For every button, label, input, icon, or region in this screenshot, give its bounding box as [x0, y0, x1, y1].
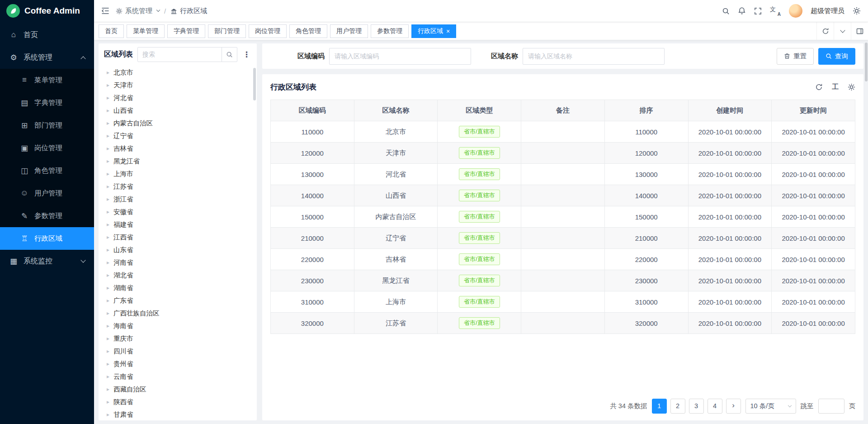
tab-dept[interactable]: 部门管理 — [208, 24, 246, 38]
page-size-select[interactable]: 10 条/页 — [745, 399, 796, 414]
tree-item[interactable]: ▸福建省 — [103, 218, 254, 231]
column-settings-gear-icon[interactable] — [848, 83, 855, 91]
tree-item[interactable]: ▸安徽省 — [103, 205, 254, 218]
page-button-2[interactable]: 2 — [670, 399, 685, 414]
table-row[interactable]: 140000山西省省市/直辖市1400002020-10-01 00:00:00… — [271, 185, 855, 206]
region-table-card: 行政区域列表 工 区域编码区域名称区域类型备注排序创建时间更新时 — [262, 74, 863, 420]
sidebar-item-post-management[interactable]: ▣岗位管理 — [0, 137, 94, 159]
sidebar-item-dict-management[interactable]: ▤字典管理 — [0, 91, 94, 114]
caret-right-icon: ▸ — [107, 209, 109, 215]
tree-item[interactable]: ▸广东省 — [103, 294, 254, 307]
tree-item[interactable]: ▸江苏省 — [103, 180, 254, 193]
tab-post[interactable]: 岗位管理 — [249, 24, 287, 38]
collapse-sidebar-icon[interactable] — [101, 7, 109, 14]
table-row[interactable]: 120000天津市省市/直辖市1200002020-10-01 00:00:00… — [271, 143, 855, 164]
tab-user[interactable]: 用户管理 — [330, 24, 368, 38]
username[interactable]: 超级管理员 — [811, 7, 844, 15]
tree-scrollbar[interactable] — [253, 68, 256, 100]
user-avatar[interactable] — [789, 4, 802, 18]
tree-item[interactable]: ▸天津市 — [103, 79, 254, 91]
table-row[interactable]: 320000江苏省省市/直辖市3200002020-10-01 00:00:00… — [271, 313, 855, 334]
reset-button[interactable]: 重置 — [777, 48, 814, 65]
tree-item[interactable]: ▸湖北省 — [103, 269, 254, 281]
refresh-page-icon[interactable] — [816, 22, 834, 40]
sidebar-item-menu-management[interactable]: ≡菜单管理 — [0, 69, 94, 91]
search-icon[interactable] — [722, 7, 730, 15]
sidebar-item-user-management[interactable]: ☺用户管理 — [0, 182, 94, 205]
cell-sort: 110000 — [604, 121, 688, 143]
tree-item[interactable]: ▸四川省 — [103, 345, 254, 357]
tree-item[interactable]: ▸内蒙古自治区 — [103, 117, 254, 129]
page-button-4[interactable]: 4 — [708, 399, 722, 414]
tree-item[interactable]: ▸重庆市 — [103, 332, 254, 345]
breadcrumb-system-management[interactable]: 系统管理 — [116, 7, 160, 15]
tree-item[interactable]: ▸河北省 — [103, 91, 254, 104]
tab-menu[interactable]: 菜单管理 — [127, 24, 165, 38]
region-name-input[interactable] — [523, 48, 665, 65]
jump-page-input[interactable] — [818, 399, 844, 414]
sidebar-item-system-management[interactable]: ⚙系统管理 — [0, 46, 94, 69]
tree-search-input[interactable] — [138, 51, 222, 58]
table-row[interactable]: 220000吉林省省市/直辖市2200002020-10-01 00:00:00… — [271, 249, 855, 270]
tree-item[interactable]: ▸海南省 — [103, 319, 254, 332]
settings-gear-icon[interactable] — [853, 7, 861, 15]
row-height-icon[interactable]: 工 — [832, 83, 839, 91]
notification-bell-icon[interactable] — [738, 7, 746, 15]
tabs-dropdown-icon[interactable] — [834, 22, 851, 40]
page-button-3[interactable]: 3 — [689, 399, 704, 414]
tree-item[interactable]: ▸山西省 — [103, 104, 254, 117]
tree-item[interactable]: ▸山东省 — [103, 243, 254, 256]
tab-param[interactable]: 参数管理 — [371, 24, 409, 38]
tree-item[interactable]: ▸西藏自治区 — [103, 383, 254, 395]
table-row[interactable]: 310000上海市省市/直辖市3100002020-10-01 00:00:00… — [271, 291, 855, 313]
tree-item[interactable]: ▸陕西省 — [103, 395, 254, 408]
tab-region[interactable]: 行政区域× — [411, 24, 456, 38]
sidebar-item-param-management[interactable]: ✎参数管理 — [0, 205, 94, 227]
tab-home[interactable]: 首页 — [99, 24, 124, 38]
tree-item[interactable]: ▸贵州省 — [103, 357, 254, 370]
tree-list: ▸北京市▸天津市▸河北省▸山西省▸内蒙古自治区▸辽宁省▸吉林省▸黑龙江省▸上海市… — [99, 65, 257, 420]
tree-item[interactable]: ▸辽宁省 — [103, 129, 254, 142]
tree-item[interactable]: ▸北京市 — [103, 66, 254, 79]
sidebar-item-home[interactable]: ⌂首页 — [0, 24, 94, 46]
tree-item[interactable]: ▸河南省 — [103, 256, 254, 269]
tree-item[interactable]: ▸广西壮族自治区 — [103, 307, 254, 319]
filter-bar: 区域编码 区域名称 重置 查询 — [262, 43, 863, 69]
tree-item[interactable]: ▸黑龙江省 — [103, 155, 254, 167]
refresh-table-icon[interactable] — [815, 83, 823, 91]
cell-sort: 140000 — [604, 185, 688, 206]
tree-item[interactable]: ▸浙江省 — [103, 193, 254, 205]
layout-panel-icon[interactable] — [851, 22, 868, 40]
region-code-input[interactable] — [329, 48, 471, 65]
tree-item[interactable]: ▸吉林省 — [103, 142, 254, 155]
cell-region-code: 140000 — [271, 185, 354, 206]
sidebar-item-system-monitor[interactable]: ▦系统监控 — [0, 250, 94, 272]
table-row[interactable]: 230000黑龙江省省市/直辖市2300002020-10-01 00:00:0… — [271, 270, 855, 291]
close-tab-icon[interactable]: × — [446, 28, 450, 34]
table-row[interactable]: 210000辽宁省省市/直辖市2100002020-10-01 00:00:00… — [271, 228, 855, 249]
sidebar-item-role-management[interactable]: ◫角色管理 — [0, 159, 94, 182]
sidebar-item-dept-management[interactable]: ⊞部门管理 — [0, 114, 94, 137]
tab-label: 角色管理 — [296, 27, 321, 35]
fullscreen-icon[interactable] — [754, 7, 762, 15]
tree-item[interactable]: ▸江西省 — [103, 231, 254, 243]
tree-item[interactable]: ▸湖南省 — [103, 281, 254, 294]
tree-search-icon[interactable] — [222, 48, 237, 62]
tree-item[interactable]: ▸甘肃省 — [103, 408, 254, 420]
tree-item[interactable]: ▸云南省 — [103, 370, 254, 383]
sidebar-item-admin-region[interactable]: ♖行政区域 — [0, 227, 94, 250]
cell-sort: 150000 — [604, 206, 688, 228]
tree-item[interactable]: ▸上海市 — [103, 167, 254, 180]
table-row[interactable]: 110000北京市省市/直辖市1100002020-10-01 00:00:00… — [271, 121, 855, 143]
page-scrollbar[interactable] — [865, 43, 868, 81]
search-button[interactable]: 查询 — [818, 48, 855, 65]
tree-more-dots-icon[interactable]: ⋮ — [242, 50, 251, 59]
app-logo[interactable]: Coffee Admin — [0, 0, 94, 22]
tab-role[interactable]: 角色管理 — [289, 24, 327, 38]
tab-dict[interactable]: 字典管理 — [167, 24, 205, 38]
next-page-button[interactable]: › — [726, 399, 741, 414]
table-row[interactable]: 150000内蒙古自治区省市/直辖市1500002020-10-01 00:00… — [271, 206, 855, 228]
page-button-1[interactable]: 1 — [652, 399, 667, 414]
table-row[interactable]: 130000河北省省市/直辖市1300002020-10-01 00:00:00… — [271, 164, 855, 185]
language-translate-icon[interactable]: 文A — [770, 6, 781, 16]
